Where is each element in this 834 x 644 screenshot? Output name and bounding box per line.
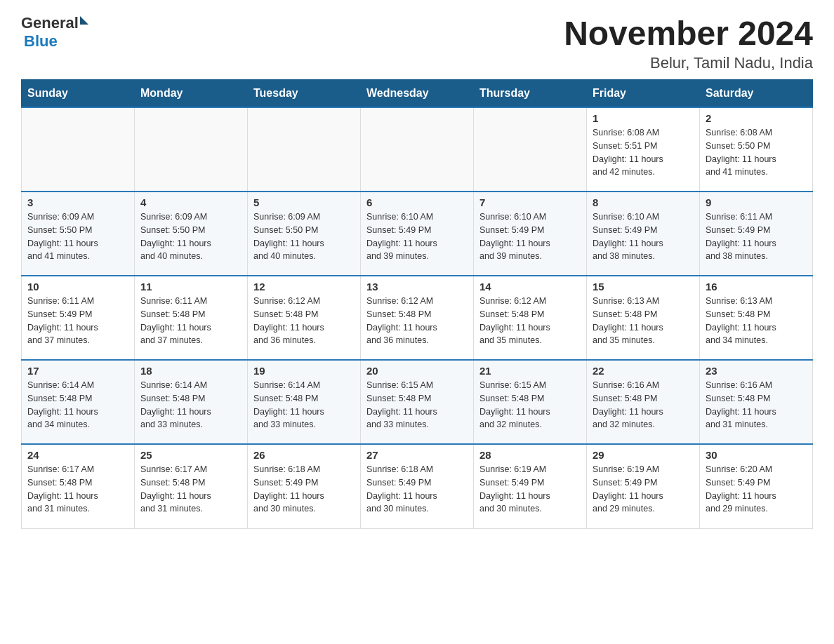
calendar-day-cell: 28Sunrise: 6:19 AM Sunset: 5:49 PM Dayli… bbox=[474, 444, 587, 528]
day-number: 27 bbox=[366, 449, 468, 461]
day-info: Sunrise: 6:19 AM Sunset: 5:49 PM Dayligh… bbox=[593, 463, 694, 516]
calendar-day-cell: 27Sunrise: 6:18 AM Sunset: 5:49 PM Dayli… bbox=[361, 444, 474, 528]
day-info: Sunrise: 6:14 AM Sunset: 5:48 PM Dayligh… bbox=[253, 379, 355, 431]
calendar-day-cell: 18Sunrise: 6:14 AM Sunset: 5:48 PM Dayli… bbox=[135, 360, 248, 444]
day-number: 17 bbox=[27, 365, 128, 377]
calendar-day-cell: 9Sunrise: 6:11 AM Sunset: 5:49 PM Daylig… bbox=[700, 192, 813, 276]
day-number: 23 bbox=[706, 365, 807, 377]
day-info: Sunrise: 6:09 AM Sunset: 5:50 PM Dayligh… bbox=[253, 210, 355, 263]
day-info: Sunrise: 6:11 AM Sunset: 5:49 PM Dayligh… bbox=[706, 210, 807, 263]
calendar-day-cell bbox=[474, 107, 587, 192]
day-number: 30 bbox=[706, 449, 807, 461]
calendar-day-cell: 15Sunrise: 6:13 AM Sunset: 5:48 PM Dayli… bbox=[587, 276, 700, 360]
calendar-day-cell bbox=[248, 107, 361, 192]
calendar-day-cell: 10Sunrise: 6:11 AM Sunset: 5:49 PM Dayli… bbox=[22, 276, 135, 360]
calendar-day-cell: 14Sunrise: 6:12 AM Sunset: 5:48 PM Dayli… bbox=[474, 276, 587, 360]
day-number: 8 bbox=[593, 196, 694, 208]
day-info: Sunrise: 6:15 AM Sunset: 5:48 PM Dayligh… bbox=[366, 379, 468, 431]
day-number: 10 bbox=[27, 281, 128, 293]
title-section: November 2024 Belur, Tamil Nadu, India bbox=[564, 14, 813, 72]
calendar-day-cell: 30Sunrise: 6:20 AM Sunset: 5:49 PM Dayli… bbox=[700, 444, 813, 528]
calendar-day-cell: 25Sunrise: 6:17 AM Sunset: 5:48 PM Dayli… bbox=[135, 444, 248, 528]
header-sunday: Sunday bbox=[22, 80, 135, 108]
calendar-day-cell: 24Sunrise: 6:17 AM Sunset: 5:48 PM Dayli… bbox=[22, 444, 135, 528]
day-info: Sunrise: 6:15 AM Sunset: 5:48 PM Dayligh… bbox=[479, 379, 581, 431]
header-friday: Friday bbox=[587, 80, 700, 108]
calendar-day-cell bbox=[361, 107, 474, 192]
day-number: 22 bbox=[593, 365, 694, 377]
day-number: 9 bbox=[706, 196, 807, 208]
day-info: Sunrise: 6:12 AM Sunset: 5:48 PM Dayligh… bbox=[479, 295, 581, 347]
day-number: 12 bbox=[253, 281, 355, 293]
day-info: Sunrise: 6:16 AM Sunset: 5:48 PM Dayligh… bbox=[706, 379, 807, 431]
calendar-week-row: 3Sunrise: 6:09 AM Sunset: 5:50 PM Daylig… bbox=[22, 192, 813, 276]
calendar-day-cell: 19Sunrise: 6:14 AM Sunset: 5:48 PM Dayli… bbox=[248, 360, 361, 444]
day-number: 6 bbox=[366, 196, 468, 208]
day-info: Sunrise: 6:13 AM Sunset: 5:48 PM Dayligh… bbox=[706, 295, 807, 347]
calendar-week-row: 17Sunrise: 6:14 AM Sunset: 5:48 PM Dayli… bbox=[22, 360, 813, 444]
day-number: 2 bbox=[706, 112, 807, 124]
page-header: General Blue November 2024 Belur, Tamil … bbox=[21, 14, 813, 72]
day-info: Sunrise: 6:17 AM Sunset: 5:48 PM Dayligh… bbox=[140, 463, 241, 516]
day-info: Sunrise: 6:11 AM Sunset: 5:48 PM Dayligh… bbox=[140, 295, 241, 347]
day-info: Sunrise: 6:14 AM Sunset: 5:48 PM Dayligh… bbox=[27, 379, 128, 431]
day-info: Sunrise: 6:19 AM Sunset: 5:49 PM Dayligh… bbox=[479, 463, 581, 516]
day-number: 26 bbox=[253, 449, 355, 461]
day-number: 29 bbox=[593, 449, 694, 461]
calendar-table: Sunday Monday Tuesday Wednesday Thursday… bbox=[21, 79, 813, 529]
calendar-day-cell: 5Sunrise: 6:09 AM Sunset: 5:50 PM Daylig… bbox=[248, 192, 361, 276]
calendar-day-cell bbox=[135, 107, 248, 192]
day-number: 13 bbox=[366, 281, 468, 293]
header-monday: Monday bbox=[135, 80, 248, 108]
day-info: Sunrise: 6:20 AM Sunset: 5:49 PM Dayligh… bbox=[706, 463, 807, 516]
day-info: Sunrise: 6:16 AM Sunset: 5:48 PM Dayligh… bbox=[593, 379, 694, 431]
day-number: 21 bbox=[479, 365, 581, 377]
calendar-week-row: 1Sunrise: 6:08 AM Sunset: 5:51 PM Daylig… bbox=[22, 107, 813, 192]
day-info: Sunrise: 6:13 AM Sunset: 5:48 PM Dayligh… bbox=[593, 295, 694, 347]
day-info: Sunrise: 6:09 AM Sunset: 5:50 PM Dayligh… bbox=[27, 210, 128, 263]
calendar-day-cell: 3Sunrise: 6:09 AM Sunset: 5:50 PM Daylig… bbox=[22, 192, 135, 276]
day-info: Sunrise: 6:12 AM Sunset: 5:48 PM Dayligh… bbox=[253, 295, 355, 347]
calendar-day-cell: 20Sunrise: 6:15 AM Sunset: 5:48 PM Dayli… bbox=[361, 360, 474, 444]
calendar-subtitle: Belur, Tamil Nadu, India bbox=[564, 54, 813, 72]
logo-general-text: General bbox=[21, 14, 79, 32]
header-wednesday: Wednesday bbox=[361, 80, 474, 108]
calendar-day-cell: 16Sunrise: 6:13 AM Sunset: 5:48 PM Dayli… bbox=[700, 276, 813, 360]
day-number: 20 bbox=[366, 365, 468, 377]
day-number: 7 bbox=[479, 196, 581, 208]
logo: General Blue bbox=[21, 14, 88, 51]
calendar-day-cell: 1Sunrise: 6:08 AM Sunset: 5:51 PM Daylig… bbox=[587, 107, 700, 192]
day-info: Sunrise: 6:17 AM Sunset: 5:48 PM Dayligh… bbox=[27, 463, 128, 516]
calendar-day-cell: 8Sunrise: 6:10 AM Sunset: 5:49 PM Daylig… bbox=[587, 192, 700, 276]
calendar-day-cell: 22Sunrise: 6:16 AM Sunset: 5:48 PM Dayli… bbox=[587, 360, 700, 444]
day-number: 16 bbox=[706, 281, 807, 293]
calendar-day-cell: 11Sunrise: 6:11 AM Sunset: 5:48 PM Dayli… bbox=[135, 276, 248, 360]
header-thursday: Thursday bbox=[474, 80, 587, 108]
day-info: Sunrise: 6:10 AM Sunset: 5:49 PM Dayligh… bbox=[366, 210, 468, 263]
calendar-day-cell: 13Sunrise: 6:12 AM Sunset: 5:48 PM Dayli… bbox=[361, 276, 474, 360]
day-number: 14 bbox=[479, 281, 581, 293]
calendar-week-row: 10Sunrise: 6:11 AM Sunset: 5:49 PM Dayli… bbox=[22, 276, 813, 360]
day-info: Sunrise: 6:18 AM Sunset: 5:49 PM Dayligh… bbox=[253, 463, 355, 516]
logo-triangle-icon bbox=[80, 16, 88, 25]
day-number: 3 bbox=[27, 196, 128, 208]
calendar-header-row: Sunday Monday Tuesday Wednesday Thursday… bbox=[22, 80, 813, 108]
logo-blue-text: Blue bbox=[24, 32, 88, 51]
header-tuesday: Tuesday bbox=[248, 80, 361, 108]
calendar-day-cell: 29Sunrise: 6:19 AM Sunset: 5:49 PM Dayli… bbox=[587, 444, 700, 528]
day-number: 28 bbox=[479, 449, 581, 461]
day-number: 15 bbox=[593, 281, 694, 293]
calendar-day-cell: 21Sunrise: 6:15 AM Sunset: 5:48 PM Dayli… bbox=[474, 360, 587, 444]
day-number: 25 bbox=[140, 449, 241, 461]
day-info: Sunrise: 6:10 AM Sunset: 5:49 PM Dayligh… bbox=[593, 210, 694, 263]
day-number: 19 bbox=[253, 365, 355, 377]
calendar-week-row: 24Sunrise: 6:17 AM Sunset: 5:48 PM Dayli… bbox=[22, 444, 813, 528]
day-number: 11 bbox=[140, 281, 241, 293]
day-info: Sunrise: 6:09 AM Sunset: 5:50 PM Dayligh… bbox=[140, 210, 241, 263]
calendar-day-cell: 2Sunrise: 6:08 AM Sunset: 5:50 PM Daylig… bbox=[700, 107, 813, 192]
day-info: Sunrise: 6:10 AM Sunset: 5:49 PM Dayligh… bbox=[479, 210, 581, 263]
calendar-day-cell: 23Sunrise: 6:16 AM Sunset: 5:48 PM Dayli… bbox=[700, 360, 813, 444]
day-info: Sunrise: 6:08 AM Sunset: 5:51 PM Dayligh… bbox=[593, 126, 694, 179]
calendar-day-cell: 17Sunrise: 6:14 AM Sunset: 5:48 PM Dayli… bbox=[22, 360, 135, 444]
calendar-day-cell: 12Sunrise: 6:12 AM Sunset: 5:48 PM Dayli… bbox=[248, 276, 361, 360]
